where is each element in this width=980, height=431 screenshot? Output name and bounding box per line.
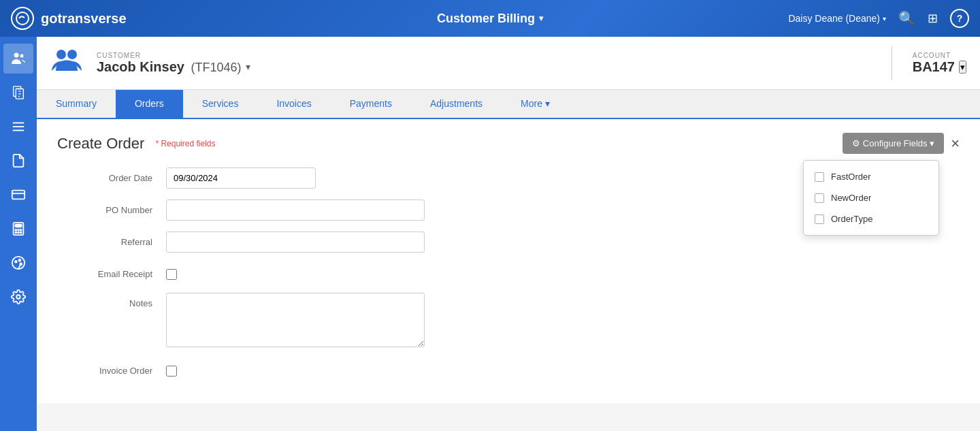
account-id: BA147 ▾ bbox=[913, 59, 966, 75]
order-date-field bbox=[166, 167, 425, 189]
top-nav: gotransverse Customer Billing ▾ Daisy De… bbox=[0, 0, 980, 37]
invoice-order-checkbox[interactable] bbox=[166, 366, 177, 377]
email-receipt-label: Email Receipt bbox=[57, 264, 166, 279]
referral-label: Referral bbox=[57, 232, 166, 247]
svg-point-13 bbox=[18, 229, 19, 231]
svg-point-20 bbox=[18, 259, 20, 261]
referral-input[interactable] bbox=[166, 232, 425, 253]
form-header-right: ⚙ Configure Fields ▾ × bbox=[843, 133, 960, 154]
order-date-input[interactable] bbox=[166, 167, 316, 189]
app-name: gotransverse bbox=[41, 11, 127, 27]
tab-invoices[interactable]: Invoices bbox=[257, 90, 330, 119]
svg-point-12 bbox=[15, 229, 16, 231]
order-date-label: Order Date bbox=[57, 167, 166, 183]
svg-point-0 bbox=[16, 12, 29, 25]
dropdown-item-neworder[interactable]: NewOrder bbox=[804, 187, 938, 208]
referral-field bbox=[166, 232, 425, 253]
email-receipt-row: Email Receipt bbox=[57, 264, 960, 282]
grid-icon[interactable]: ⊞ bbox=[928, 11, 938, 26]
notes-label: Notes bbox=[57, 293, 166, 308]
customer-header: CUSTOMER Jacob Kinsey (TF1046) ▾ ACCOUNT… bbox=[37, 37, 980, 90]
app-logo[interactable]: gotransverse bbox=[11, 7, 250, 30]
ordertype-checkbox[interactable] bbox=[815, 214, 824, 224]
fastorder-label: FastOrder bbox=[831, 172, 871, 182]
search-icon[interactable]: 🔍 bbox=[898, 10, 915, 27]
svg-point-22 bbox=[16, 295, 20, 299]
tab-more[interactable]: More ▾ bbox=[502, 90, 569, 119]
notes-field bbox=[166, 293, 425, 349]
ordertype-label: OrderType bbox=[831, 214, 872, 224]
tab-orders[interactable]: Orders bbox=[116, 90, 183, 119]
required-note: * Required fields bbox=[155, 139, 215, 148]
svg-rect-8 bbox=[12, 191, 24, 199]
invoice-order-label: Invoice Order bbox=[57, 360, 166, 376]
dropdown-item-fastorder[interactable]: FastOrder bbox=[804, 166, 938, 187]
sidebar-item-list[interactable] bbox=[3, 112, 33, 142]
invoice-order-row: Invoice Order bbox=[57, 360, 960, 379]
svg-point-1 bbox=[14, 53, 19, 58]
neworder-label: NewOrder bbox=[831, 193, 871, 203]
svg-point-16 bbox=[18, 232, 19, 234]
sidebar-item-documents[interactable] bbox=[3, 78, 33, 108]
email-receipt-checkbox[interactable] bbox=[166, 269, 177, 280]
account-dropdown-button[interactable]: ▾ bbox=[959, 61, 966, 74]
logo-icon bbox=[11, 7, 34, 30]
user-menu[interactable]: Daisy Deane (Deane) ▾ bbox=[788, 13, 886, 24]
main-layout: CUSTOMER Jacob Kinsey (TF1046) ▾ ACCOUNT… bbox=[0, 37, 980, 431]
svg-rect-11 bbox=[15, 225, 21, 227]
svg-point-19 bbox=[15, 261, 17, 263]
close-button[interactable]: × bbox=[951, 135, 960, 153]
form-area: Create Order * Required fields ⚙ Configu… bbox=[37, 119, 980, 403]
nav-right: Daisy Deane (Deane) ▾ 🔍 ⊞ ? bbox=[730, 9, 969, 28]
invoice-order-field bbox=[166, 360, 425, 379]
po-number-field bbox=[166, 199, 425, 221]
user-caret: ▾ bbox=[883, 15, 886, 22]
nav-title-text: Customer Billing bbox=[437, 12, 535, 26]
nav-title-caret: ▾ bbox=[539, 14, 543, 23]
form-title: Create Order bbox=[57, 135, 144, 153]
neworder-checkbox[interactable] bbox=[815, 193, 824, 203]
customer-name: Jacob Kinsey (TF1046) ▾ bbox=[97, 59, 871, 75]
customer-avatar bbox=[50, 45, 83, 81]
customer-dropdown-button[interactable]: ▾ bbox=[246, 61, 250, 72]
svg-point-14 bbox=[20, 229, 22, 231]
svg-point-24 bbox=[67, 50, 77, 59]
sidebar-item-palette[interactable] bbox=[3, 248, 33, 278]
form-header: Create Order * Required fields ⚙ Configu… bbox=[57, 133, 960, 154]
main-content: CUSTOMER Jacob Kinsey (TF1046) ▾ ACCOUNT… bbox=[37, 37, 980, 431]
configure-fields-button[interactable]: ⚙ Configure Fields ▾ bbox=[843, 133, 944, 154]
sidebar-item-settings[interactable] bbox=[3, 282, 33, 312]
svg-point-23 bbox=[56, 50, 66, 59]
notes-textarea[interactable] bbox=[166, 293, 425, 347]
svg-point-2 bbox=[20, 54, 24, 58]
help-icon[interactable]: ? bbox=[950, 9, 969, 28]
fastorder-checkbox[interactable] bbox=[815, 172, 824, 182]
sidebar-item-file[interactable] bbox=[3, 146, 33, 176]
svg-point-17 bbox=[20, 232, 22, 234]
user-name-text: Daisy Deane (Deane) bbox=[788, 13, 880, 24]
tab-services[interactable]: Services bbox=[183, 90, 258, 119]
form-header-left: Create Order * Required fields bbox=[57, 135, 215, 153]
sidebar-item-calculator[interactable] bbox=[3, 214, 33, 244]
po-number-label: PO Number bbox=[57, 199, 166, 215]
header-divider bbox=[892, 46, 892, 80]
tab-summary[interactable]: Summary bbox=[37, 90, 116, 119]
svg-point-15 bbox=[15, 232, 16, 234]
tab-payments[interactable]: Payments bbox=[331, 90, 411, 119]
account-info: ACCOUNT BA147 ▾ bbox=[913, 52, 966, 75]
notes-row: Notes bbox=[57, 293, 960, 349]
email-receipt-field bbox=[166, 264, 425, 282]
sidebar bbox=[0, 37, 37, 431]
customer-label: CUSTOMER bbox=[97, 52, 871, 59]
customer-info: CUSTOMER Jacob Kinsey (TF1046) ▾ bbox=[97, 52, 871, 75]
sidebar-item-card[interactable] bbox=[3, 180, 33, 210]
po-number-input[interactable] bbox=[166, 199, 425, 221]
dropdown-item-ordertype[interactable]: OrderType bbox=[804, 208, 938, 229]
customer-name-text: Jacob Kinsey (TF1046) bbox=[97, 59, 242, 75]
configure-fields-dropdown: FastOrder NewOrder OrderType bbox=[803, 160, 939, 236]
nav-title[interactable]: Customer Billing ▾ bbox=[250, 12, 730, 26]
sidebar-item-customers[interactable] bbox=[3, 44, 33, 74]
account-label: ACCOUNT bbox=[913, 52, 966, 59]
tab-adjustments[interactable]: Adjustments bbox=[411, 90, 502, 119]
tab-bar: Summary Orders Services Invoices Payment… bbox=[37, 90, 980, 119]
